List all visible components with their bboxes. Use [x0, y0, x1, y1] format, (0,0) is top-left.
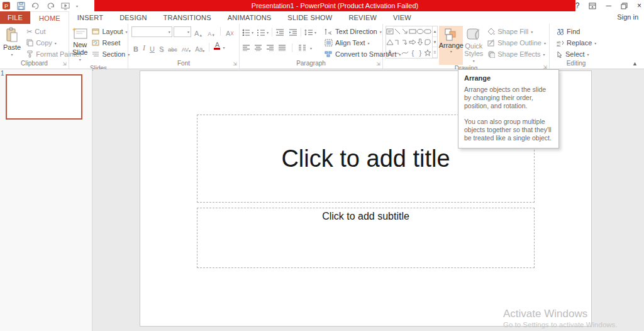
align-left-icon[interactable]	[242, 45, 250, 51]
gallery-more-icon[interactable]: ≡	[433, 47, 438, 58]
arrange-button[interactable]: Arrange ▾	[439, 26, 463, 65]
align-right-icon[interactable]	[266, 45, 274, 51]
justify-icon[interactable]	[278, 45, 286, 51]
start-from-beginning-icon[interactable]	[61, 2, 70, 10]
line-spacing-dropdown[interactable]: ▾	[314, 30, 316, 35]
shape-arrow-icon[interactable]	[401, 26, 409, 37]
shape-effects-icon	[487, 50, 495, 58]
shape-line-icon[interactable]	[394, 26, 401, 37]
reset-button[interactable]: Reset	[90, 37, 131, 48]
line-spacing-icon[interactable]	[304, 29, 313, 36]
customize-qat-icon[interactable]: ▾	[76, 4, 78, 8]
tab-file[interactable]: FILE	[0, 11, 30, 24]
tab-animations[interactable]: ANIMATIONS	[219, 11, 280, 24]
grow-font-button[interactable]: A▲	[192, 26, 204, 37]
shape-scribble-icon[interactable]	[386, 47, 394, 58]
increase-indent-icon[interactable]	[289, 29, 297, 36]
tab-home[interactable]: HOME	[30, 11, 69, 24]
shape-outline-button[interactable]: Shape Outline ▾	[486, 37, 548, 48]
shape-left-brace-icon[interactable]: {	[409, 47, 416, 58]
shape-curve-icon[interactable]	[401, 47, 409, 58]
new-slide-dropdown[interactable]: ▾	[79, 56, 81, 64]
find-button[interactable]: Find	[555, 26, 598, 37]
group-paragraph: ▾ ▾ ▾	[240, 24, 383, 69]
collapse-ribbon-icon[interactable]: ▲	[632, 60, 638, 67]
tab-slideshow[interactable]: SLIDE SHOW	[279, 11, 340, 24]
tab-view[interactable]: VIEW	[385, 11, 419, 24]
underline-button[interactable]: U	[148, 42, 157, 53]
section-button[interactable]: Section ▾	[90, 48, 131, 60]
shape-effects-button[interactable]: Shape Effects ▾	[486, 48, 548, 60]
select-button[interactable]: Select ▾	[555, 48, 598, 60]
tab-insert[interactable]: INSERT	[69, 11, 111, 24]
watermark-line1: Activate Windows	[503, 308, 618, 320]
bullets-dropdown[interactable]: ▾	[252, 30, 253, 35]
shape-elbow-arrow-connector-icon[interactable]	[401, 37, 409, 48]
sign-in-link[interactable]: Sign in	[617, 13, 638, 21]
slide-number: 1	[1, 70, 4, 77]
restore-icon[interactable]	[621, 3, 628, 9]
gallery-up-icon[interactable]: ▲	[433, 26, 438, 37]
ribbon-display-options-icon[interactable]	[589, 3, 596, 9]
shrink-font-button[interactable]: A▼	[206, 26, 217, 37]
help-icon[interactable]: ?	[575, 1, 580, 10]
shape-rounded-rectangle-icon[interactable]	[424, 26, 431, 37]
copy-dropdown[interactable]: ▾	[55, 41, 57, 45]
shape-fill-button[interactable]: Shape Fill ▾	[486, 26, 548, 37]
format-painter-icon	[26, 50, 33, 58]
shape-right-brace-icon[interactable]: }	[416, 47, 424, 58]
close-icon[interactable]: ×	[637, 1, 641, 10]
font-dialog-launcher-icon[interactable]: ⇲	[232, 62, 238, 67]
undo-icon[interactable]	[31, 2, 41, 10]
shape-arc-icon[interactable]	[394, 47, 401, 58]
powerpoint-logo-icon[interactable]: P	[3, 1, 11, 10]
text-shadow-button[interactable]: S	[157, 42, 165, 53]
font-size-combo[interactable]: ▾	[174, 26, 191, 37]
paste-dropdown[interactable]: ▾	[11, 51, 13, 59]
numbering-dropdown[interactable]: ▾	[267, 30, 269, 35]
tab-transitions[interactable]: TRANSITIONS	[155, 11, 219, 24]
change-case-button[interactable]: Aa▾	[193, 42, 206, 53]
italic-button[interactable]: I	[141, 42, 147, 53]
group-clipboard: Paste ▾ ✂ Cut Copy ▾	[0, 24, 69, 69]
shape-elbow-connector-icon[interactable]	[394, 37, 401, 48]
font-name-combo[interactable]: ▾	[131, 26, 172, 37]
subtitle-placeholder[interactable]: Click to add subtitle	[197, 208, 535, 268]
shape-textbox-icon[interactable]	[386, 26, 394, 37]
strikethrough-button[interactable]: abc	[166, 42, 179, 53]
paragraph-dialog-launcher-icon[interactable]: ⇲	[375, 62, 381, 67]
replace-button[interactable]: abac Replace ▾	[555, 37, 598, 48]
align-center-icon[interactable]	[254, 45, 262, 51]
gallery-down-icon[interactable]: ▼	[433, 37, 438, 48]
bullets-icon[interactable]	[242, 29, 250, 36]
character-spacing-button[interactable]: AV▾	[180, 42, 192, 53]
arrange-tooltip: Arrange Arrange objects on the slide by …	[458, 69, 559, 149]
layout-button[interactable]: Layout ▾	[90, 26, 131, 37]
shape-right-arrow-icon[interactable]	[409, 37, 416, 48]
columns-icon[interactable]	[298, 45, 306, 51]
shape-rectangle-icon[interactable]	[409, 26, 416, 37]
arrange-dropdown[interactable]: ▾	[450, 49, 452, 53]
clipboard-dialog-launcher-icon[interactable]: ⇲	[62, 62, 67, 67]
shape-triangle-icon[interactable]	[386, 37, 394, 48]
clear-formatting-button[interactable]: A	[224, 26, 236, 37]
font-color-dropdown[interactable]: ▾	[223, 45, 225, 50]
shape-down-arrow-icon[interactable]	[416, 37, 424, 48]
shape-star-icon[interactable]	[424, 47, 431, 58]
decrease-indent-icon[interactable]	[275, 29, 284, 36]
bold-button[interactable]: B	[131, 42, 140, 53]
shape-oval-icon[interactable]	[416, 26, 424, 37]
font-color-button[interactable]: A	[212, 42, 222, 53]
numbering-icon[interactable]	[257, 29, 265, 36]
slide-thumbnail[interactable]	[6, 74, 82, 120]
shape-corner-icon[interactable]	[424, 37, 431, 48]
minimize-icon[interactable]: ─	[606, 1, 611, 10]
tab-design[interactable]: DESIGN	[111, 11, 155, 24]
quick-styles-button[interactable]: Quick Styles ▾	[464, 26, 483, 65]
redo-icon[interactable]	[47, 2, 55, 10]
save-icon[interactable]	[17, 2, 25, 10]
columns-dropdown[interactable]: ▾	[310, 46, 312, 50]
tab-review[interactable]: REVIEW	[340, 11, 385, 24]
new-slide-button[interactable]: New Slide ▾	[71, 26, 89, 65]
paste-button[interactable]: Paste ▾	[2, 26, 22, 60]
